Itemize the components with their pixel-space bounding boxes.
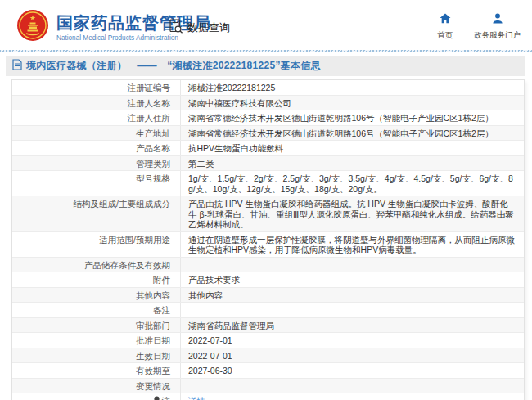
info-table: 注册证编号湘械注准20222181225注册人名称湖南中禧医疗科技有限公司注册人… <box>11 79 525 400</box>
row-value: 产品技术要求 <box>181 272 524 287</box>
table-row: 备注 <box>12 303 524 318</box>
page-title: 境内医疗器械（注册） —— “湘械注准20222181225”基本信息 <box>26 59 321 73</box>
row-label: 生效日期 <box>12 348 181 363</box>
nav-item-label: 首页 <box>437 30 453 41</box>
row-value: 2027-06-30 <box>181 363 524 378</box>
table-row: 有效期至2027-06-30 <box>12 363 524 379</box>
row-label: 管理类别 <box>12 156 181 171</box>
table-row: 审批部门湖南省药品监督管理局 <box>12 318 524 334</box>
row-value <box>181 303 524 317</box>
table-row: 附件产品技术要求 <box>12 272 524 288</box>
table-row: 生效日期2022-07-01 <box>12 348 524 364</box>
header: 国家药品监督管理局 National Medical Products Admi… <box>0 0 532 51</box>
row-label: 产品储存条件及有效期 <box>12 258 181 272</box>
row-value: 详情 <box>181 393 524 400</box>
row-value: 2022-07-01 <box>181 348 524 363</box>
row-value: 产品由抗 HPV 生物蛋白凝胶和给药器组成。抗 HPV 生物蛋白凝胶由卡波姆、酸… <box>181 196 524 231</box>
table-row: 型号规格1g/支、1.5g/支、2g/支、2.5g/支、3g/支、3.5g/支、… <box>12 171 524 196</box>
row-label: 有效期至 <box>12 363 181 378</box>
table-row: 结构及组成/主要组成成分产品由抗 HPV 生物蛋白凝胶和给药器组成。抗 HPV … <box>12 196 524 232</box>
table-row: 管理类别第二类 <box>12 156 524 172</box>
row-value <box>181 379 524 393</box>
row-label: 变更情况 <box>12 379 181 393</box>
row-value: 通过在阴道壁形成一层保护性凝胶膜，将阴道壁与外界细菌物理隔离，从而阻止病原微生物… <box>181 232 524 257</box>
details-link[interactable]: 详情 <box>188 396 205 400</box>
header-separator <box>0 50 532 52</box>
nav-item-home[interactable]: 首页 <box>437 12 453 41</box>
table-row: 产品名称抗HPV生物蛋白功能敷料 <box>12 141 524 156</box>
user-icon <box>492 12 503 27</box>
row-label: 其他内容 <box>12 288 181 303</box>
national-emblem-icon <box>16 9 49 45</box>
row-label: 生产地址 <box>12 126 181 141</box>
row-label: 注册人名称 <box>12 96 181 110</box>
top-nav: 首页 政务服务门户 <box>437 12 521 41</box>
row-label: 型号规格 <box>12 171 181 196</box>
nav-item-portal[interactable]: 政务服务门户 <box>474 12 521 41</box>
row-value: 湖南省常德经济技术开发区德山街道乾明路106号（智能电子产业园C区1栋2层） <box>181 110 524 125</box>
table-row: 产品储存条件及有效期 <box>12 258 524 273</box>
home-icon <box>440 12 451 27</box>
table-row: 注册人名称湖南中禧医疗科技有限公司 <box>12 96 524 111</box>
row-label: 附件 <box>12 272 181 287</box>
row-label: 结构及组成/主要组成成分 <box>12 196 181 231</box>
row-value: 抗HPV生物蛋白功能敷料 <box>181 141 524 155</box>
table-row: 适用范围/预期用途通过在阴道壁形成一层保护性凝胶膜，将阴道壁与外界细菌物理隔离，… <box>12 232 524 258</box>
note-icon <box>153 396 160 400</box>
table-row: 其他内容其他内容 <box>12 288 524 303</box>
row-label: 适用范围/预期用途 <box>12 232 181 257</box>
row-label: 批准日期 <box>12 333 181 348</box>
row-value: 1g/支、1.5g/支、2g/支、2.5g/支、3g/支、3.5g/支、4g/支… <box>181 171 524 196</box>
row-value: 第二类 <box>181 156 524 171</box>
table-row: 注详情 <box>12 393 524 400</box>
row-label: 备注 <box>12 303 181 317</box>
data-query-icon <box>169 19 183 37</box>
row-value: 湘械注准20222181225 <box>181 80 524 95</box>
row-label: 注册人住所 <box>12 110 181 125</box>
table-row: 生产地址湖南省常德经济技术开发区德山街道乾明路106号（智能电子产业园C区1栋2… <box>12 126 524 142</box>
row-value: 湖南省药品监督管理局 <box>181 318 524 333</box>
table-row: 变更情况 <box>12 379 524 394</box>
row-value: 湖南中禧医疗科技有限公司 <box>181 96 524 110</box>
table-row: 注册人住所湖南省常德经济技术开发区德山街道乾明路106号（智能电子产业园C区1栋… <box>12 110 524 126</box>
row-value: 湖南省常德经济技术开发区德山街道乾明路106号（智能电子产业园C区1栋2层） <box>181 126 524 141</box>
table-row: 注册证编号湘械注准20222181225 <box>12 80 524 96</box>
row-label: 产品名称 <box>12 141 181 155</box>
data-query-label: 数据查询 <box>187 20 230 35</box>
document-icon <box>12 59 22 74</box>
nav-item-label: 政务服务门户 <box>474 30 521 41</box>
data-query-tab[interactable]: 数据查询 <box>169 19 230 37</box>
title-bar: 境内医疗器械（注册） —— “湘械注准20222181225”基本信息 <box>6 56 525 76</box>
table-row: 批准日期2022-07-01 <box>12 333 524 348</box>
row-label: 审批部门 <box>12 318 181 333</box>
row-label: 注册证编号 <box>12 80 181 95</box>
row-value: 其他内容 <box>181 288 524 303</box>
row-value <box>181 258 524 272</box>
row-value: 2022-07-01 <box>181 333 524 348</box>
row-label: 注 <box>12 393 181 400</box>
